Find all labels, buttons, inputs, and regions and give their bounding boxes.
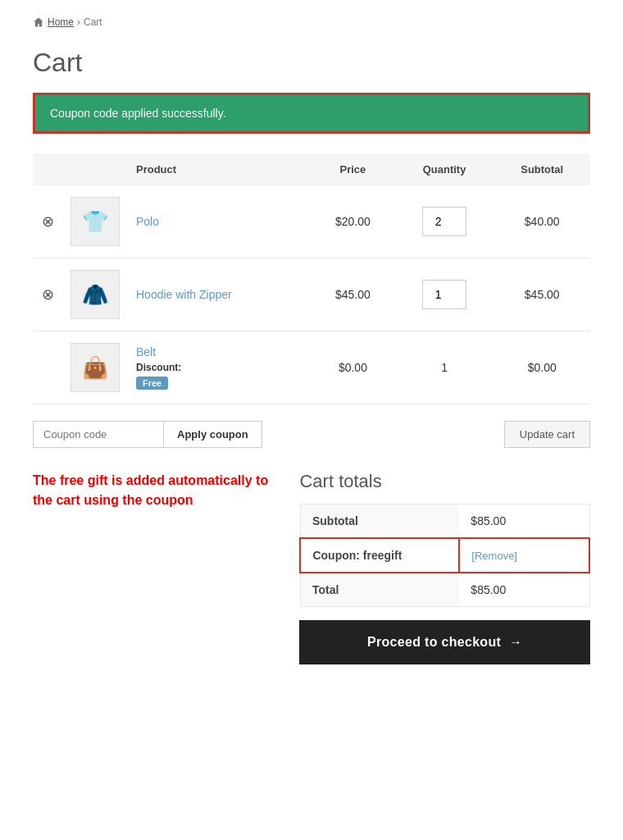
remove-item-button[interactable]: ⊗ [42, 214, 54, 229]
checkout-label: Proceed to checkout [367, 635, 501, 650]
apply-coupon-button[interactable]: Apply coupon [164, 421, 262, 448]
col-header-subtotal: Subtotal [493, 153, 590, 185]
coupon-left: Apply coupon [33, 421, 262, 448]
cart-table: Product Price Quantity Subtotal ⊗👕Polo$2… [33, 153, 590, 404]
totals-label: Coupon: freegift [300, 538, 459, 573]
col-header-price: Price [311, 153, 395, 185]
page-title: Cart [33, 48, 590, 78]
product-quantity: 1 [395, 331, 494, 404]
product-price: $20.00 [311, 185, 395, 258]
table-row: ⊗👕Polo$20.00$40.00 [33, 185, 590, 258]
totals-label: Total [300, 573, 459, 607]
totals-value: $85.00 [459, 504, 589, 539]
checkout-arrow: → [509, 635, 522, 650]
product-price: $45.00 [311, 258, 395, 331]
totals-label: Subtotal [300, 504, 459, 539]
col-header-product: Product [128, 153, 311, 185]
coupon-row: Apply coupon Update cart [33, 421, 590, 448]
table-row: ⊗🧥Hoodie with Zipper$45.00$45.00 [33, 258, 590, 331]
cart-totals: Cart totals Subtotal$85.00Coupon: freegi… [299, 471, 590, 664]
col-header-remove [33, 153, 62, 185]
totals-value[interactable]: [Remove] [459, 538, 589, 573]
success-message: Coupon code applied successfully. [50, 107, 226, 120]
discount-label: Discount: [136, 362, 302, 373]
remove-coupon-link[interactable]: [Remove] [471, 550, 517, 562]
product-thumbnail: 👜 [70, 343, 120, 392]
product-subtotal: $40.00 [493, 185, 590, 258]
product-subtotal: $0.00 [493, 331, 590, 404]
coupon-input[interactable] [33, 421, 164, 448]
product-price: $0.00 [311, 331, 395, 404]
breadcrumb-home[interactable]: Home [48, 16, 74, 28]
product-link[interactable]: Belt [136, 345, 156, 358]
totals-row: Coupon: freegift[Remove] [300, 538, 589, 573]
table-row: 👜BeltDiscount:Free$0.001$0.00 [33, 331, 590, 404]
totals-value: $85.00 [459, 573, 589, 607]
cart-totals-title: Cart totals [299, 471, 590, 492]
product-link[interactable]: Hoodie with Zipper [136, 288, 232, 301]
product-subtotal: $45.00 [493, 258, 590, 331]
product-thumbnail: 👕 [70, 197, 120, 246]
update-cart-button[interactable]: Update cart [504, 421, 590, 448]
totals-table: Subtotal$85.00Coupon: freegift[Remove]To… [299, 504, 590, 607]
free-gift-note: The free gift is added automatically to … [33, 471, 275, 510]
totals-row: Subtotal$85.00 [300, 504, 589, 539]
quantity-input[interactable] [422, 280, 466, 309]
home-icon [33, 16, 44, 28]
totals-row: Total$85.00 [300, 573, 589, 607]
remove-item-button[interactable]: ⊗ [42, 287, 54, 302]
col-header-thumb [62, 153, 128, 185]
col-header-quantity: Quantity [395, 153, 494, 185]
product-link[interactable]: Polo [136, 215, 159, 228]
bottom-section: The free gift is added automatically to … [33, 471, 590, 664]
breadcrumb: Home › Cart [33, 16, 590, 28]
quantity-input[interactable] [422, 207, 466, 236]
breadcrumb-separator: › [77, 16, 80, 28]
success-banner: Coupon code applied successfully. [33, 93, 590, 134]
product-thumbnail: 🧥 [70, 270, 120, 319]
free-badge: Free [136, 377, 168, 390]
breadcrumb-current: Cart [84, 16, 102, 28]
checkout-button[interactable]: Proceed to checkout → [299, 620, 590, 664]
